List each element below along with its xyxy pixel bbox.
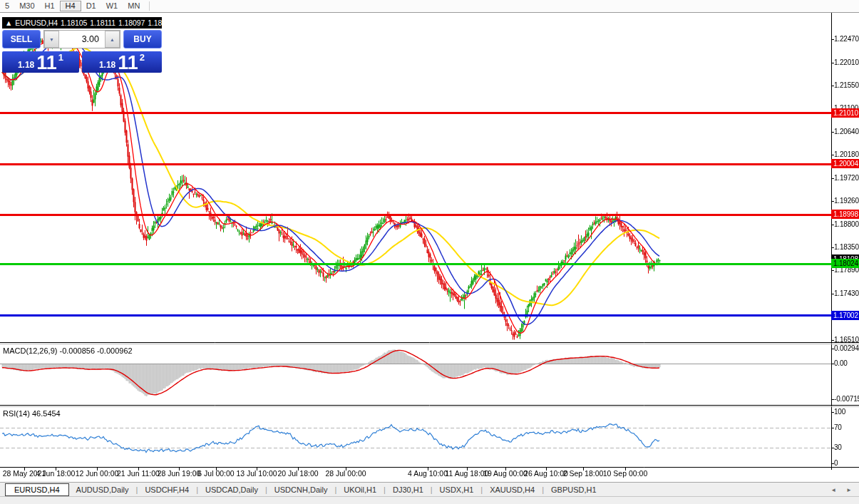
- timeframe-button-5[interactable]: 5: [0, 1, 14, 11]
- chart-tab-bar: EURUSD,H4AUDUSD,Daily|USDCHF,H4|USDCAD,D…: [0, 482, 859, 497]
- volume-decrease-icon[interactable]: ▼: [44, 31, 59, 48]
- timeframe-button-m30[interactable]: M30: [14, 1, 39, 11]
- buy-button[interactable]: BUY: [123, 30, 162, 48]
- buy-price-main: 1.18: [99, 60, 115, 70]
- tab-scroll-right-icon[interactable]: ►: [846, 487, 852, 493]
- ohlc-high: 1.18111: [90, 19, 115, 27]
- sell-price-pips: 11: [36, 53, 57, 72]
- macd-axis-label: -0.00715: [834, 395, 859, 403]
- macd-axis-label: 0.00: [834, 359, 848, 367]
- volume-value[interactable]: 3.00: [59, 31, 105, 48]
- sell-button[interactable]: SELL: [2, 30, 41, 48]
- buy-price-point: 2: [140, 52, 145, 63]
- date-axis-label: 10 Sep 00:00: [603, 469, 647, 478]
- chart-ohlc-title: ▲EURUSD,H41.181051.181111.180971.18108: [2, 17, 162, 29]
- sell-price-display[interactable]: 1.18 11 1: [2, 51, 79, 73]
- volume-stepper: ▼ 3.00 ▲: [43, 30, 120, 48]
- sell-price-point: 1: [58, 52, 63, 63]
- date-axis-label: 28 Jul 00:00: [325, 469, 366, 478]
- macd-title: MACD(12,26,9): [3, 346, 57, 355]
- ohlc-open: 1.18105: [61, 19, 87, 27]
- chart-tab-active[interactable]: EURUSD,H4: [5, 483, 69, 496]
- price-axis-label: 1.16510: [834, 336, 859, 344]
- price-line-label: 1.18024: [831, 259, 859, 268]
- date-axis-label: 6 Jul 00:00: [197, 469, 234, 478]
- rsi-value: 46.5454: [32, 409, 61, 418]
- price-axis-label: 1.22010: [834, 58, 859, 66]
- price-axis-label: 1.18350: [834, 243, 859, 251]
- chart-symbol-period: EURUSD,H4: [15, 19, 58, 27]
- collapse-panel-icon[interactable]: ▲: [5, 19, 12, 27]
- status-bar: [0, 496, 859, 504]
- tab-scroll-left-icon[interactable]: ◄: [830, 487, 836, 493]
- rsi-title: RSI(14): [3, 409, 30, 418]
- mt4-terminal-window: { "toolbar": { "timeframes": ["5", "M30"…: [0, 0, 859, 504]
- buy-price-pips: 11: [118, 53, 138, 72]
- date-axis-label: 12 Jun 00:00: [76, 469, 119, 478]
- price-line-label: 1.17002: [831, 311, 859, 320]
- rsi-axis-label: 30: [834, 443, 842, 451]
- date-axis-label: 21 Jun 11:00: [117, 469, 160, 478]
- ohlc-low: 1.18097: [118, 19, 145, 27]
- price-axis-label: 1.21550: [834, 81, 859, 89]
- timeframe-toolbar: 5M30H1H4D1W1MN: [0, 0, 859, 13]
- rsi-axis-label: 0: [834, 459, 838, 467]
- macd-axis-label: 0.002947: [834, 344, 859, 352]
- price-line-label: 1.21010: [831, 108, 859, 118]
- date-axis-label: 13 Jul 10:00: [236, 469, 277, 478]
- date-axis-label: 11 Aug 18:00: [445, 469, 488, 478]
- date-axis-label: 26 Aug 10:00: [524, 469, 568, 478]
- tab-scroll-buttons: ◄►: [830, 487, 852, 493]
- date-axis-label: 19 Aug 00:00: [483, 469, 528, 478]
- timeframe-button-d1[interactable]: D1: [81, 1, 101, 11]
- date-axis-label: 4 Aug 10:00: [408, 469, 448, 478]
- price-axis-label: 1.19720: [834, 174, 859, 182]
- price-axis-label: 1.19260: [834, 197, 859, 205]
- chart-tab[interactable]: GBPUSD,H1: [544, 484, 604, 495]
- timeframe-button-mn[interactable]: MN: [123, 1, 145, 11]
- toolbar-separator: [149, 1, 150, 11]
- price-line-label: 1.20004: [831, 159, 859, 168]
- chart-tab[interactable]: USDX,H1: [433, 484, 481, 495]
- sell-price-main: 1.18: [18, 60, 34, 70]
- chart-tab[interactable]: UKOil,H1: [336, 484, 384, 495]
- date-axis-label: 20 Jul 18:00: [277, 469, 318, 478]
- rsi-indicator-label: RSI(14) 46.5454: [3, 409, 61, 418]
- price-axis-label: 1.20180: [834, 150, 859, 158]
- rsi-axis-label: 70: [834, 423, 842, 431]
- chart-tab[interactable]: USDCHF,H4: [138, 484, 196, 495]
- buy-price-display[interactable]: 1.18 11 2: [82, 51, 162, 73]
- date-axis-label: 2 Sep 18:00: [563, 469, 604, 478]
- price-axis-label: 1.18800: [834, 220, 859, 228]
- macd-indicator-label: MACD(12,26,9) -0.000856 -0.000962: [3, 346, 133, 355]
- chart-tab[interactable]: USDCAD,Daily: [198, 484, 265, 495]
- price-axis-label: 1.20640: [834, 128, 859, 135]
- volume-increase-icon[interactable]: ▲: [105, 31, 120, 48]
- price-axis-label: 1.17430: [834, 289, 859, 297]
- timeframe-button-h1[interactable]: H1: [40, 1, 60, 11]
- price-line-label: 1.18998: [831, 210, 859, 219]
- date-axis-label: 28 Jun 19:00: [158, 469, 201, 478]
- date-axis-label: 4 Jun 18:00: [36, 469, 76, 478]
- timeframe-button-w1[interactable]: W1: [101, 1, 123, 11]
- timeframe-button-h4[interactable]: H4: [60, 1, 81, 11]
- chart-canvas[interactable]: [0, 0, 859, 504]
- macd-values: -0.000856 -0.000962: [59, 346, 132, 355]
- rsi-axis-label: 100: [834, 408, 845, 416]
- price-axis-label: 1.22470: [834, 35, 859, 43]
- one-click-trading-panel: SELL ▼ 3.00 ▲ BUY 1.18 11 1 1.18 11 2: [2, 30, 162, 71]
- chart-tab[interactable]: AUDUSD,Daily: [69, 484, 136, 495]
- ohlc-close: 1.18108: [148, 19, 162, 27]
- chart-tab[interactable]: XAUUSD,H4: [483, 484, 542, 495]
- chart-tab[interactable]: USDCNH,Daily: [267, 484, 335, 495]
- chart-tab[interactable]: DJ30,H1: [386, 484, 431, 495]
